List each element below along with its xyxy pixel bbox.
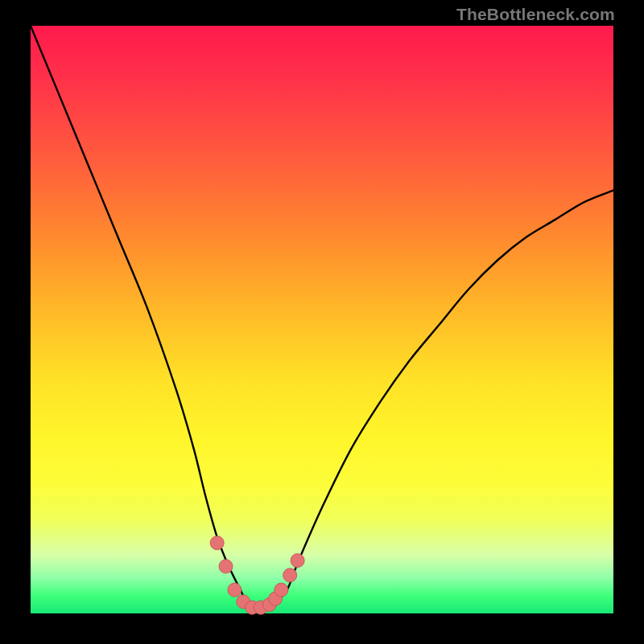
chart-frame: TheBottleneck.com xyxy=(0,0,644,644)
marker-point xyxy=(291,554,304,568)
marker-point xyxy=(210,536,224,550)
bottleneck-curve xyxy=(31,26,613,609)
marker-point xyxy=(228,583,242,597)
highlighted-points xyxy=(210,536,304,614)
marker-point xyxy=(219,559,233,573)
marker-point xyxy=(275,583,288,597)
watermark-text: TheBottleneck.com xyxy=(456,5,615,24)
marker-point xyxy=(283,568,297,582)
plot-overlay xyxy=(31,26,613,613)
